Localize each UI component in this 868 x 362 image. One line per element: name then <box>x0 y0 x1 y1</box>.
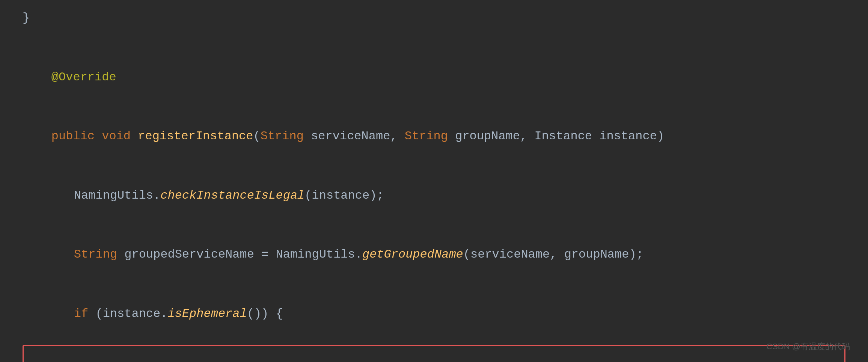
code-line-1: } <box>23 8 845 28</box>
type-string-1: String <box>261 129 311 143</box>
var-groupedServiceName: groupedServiceName = NamingUtils. <box>124 247 362 261</box>
code-line-beatInfo: BeatInfo beatInfo = beatReactor.buildBea… <box>30 349 838 362</box>
method-isEphemeral: isEphemeral <box>167 307 247 321</box>
type-string-2: String <box>405 129 455 143</box>
code-line-check: NamingUtils.checkInstanceIsLegal(instanc… <box>23 166 845 225</box>
keyword-public: public <box>51 129 102 143</box>
highlight-block: BeatInfo beatInfo = beatReactor.buildBea… <box>23 345 845 362</box>
paren-open: ( <box>253 129 261 143</box>
type-string-3: String <box>74 247 124 261</box>
code-line-if: if (instance.isEphemeral()) { <box>23 284 845 344</box>
param-serviceName: serviceName, <box>311 129 405 143</box>
call-check: (instance); <box>304 189 384 202</box>
keyword-if: if <box>74 307 96 321</box>
if-condition: (instance. <box>95 307 167 321</box>
if-close: ()) { <box>247 307 283 321</box>
keyword-void: void <box>102 129 138 143</box>
code-container: } @Override public void registerInstance… <box>0 0 868 362</box>
call-getGroupedName: (serviceName, groupName); <box>463 247 643 261</box>
method-checkInstanceIsLegal: checkInstanceIsLegal <box>160 189 304 202</box>
watermark: CSDN @有温度的代码 <box>766 340 850 353</box>
code-line-register-sig: public void registerInstance(String serv… <box>23 107 845 166</box>
code-line-override-1: @Override <box>23 47 845 107</box>
annotation-override: @Override <box>51 70 116 84</box>
param-instance: instance) <box>599 129 664 143</box>
code-line-grouped: String groupedServiceName = NamingUtils.… <box>23 225 845 284</box>
type-Instance: Instance <box>534 129 599 143</box>
empty-line-1 <box>23 28 845 47</box>
method-registerInstance: registerInstance <box>138 129 253 143</box>
naming-utils-1: NamingUtils. <box>74 189 160 202</box>
method-getGroupedName: getGroupedName <box>362 247 463 261</box>
param-groupName: groupName, <box>455 129 534 143</box>
